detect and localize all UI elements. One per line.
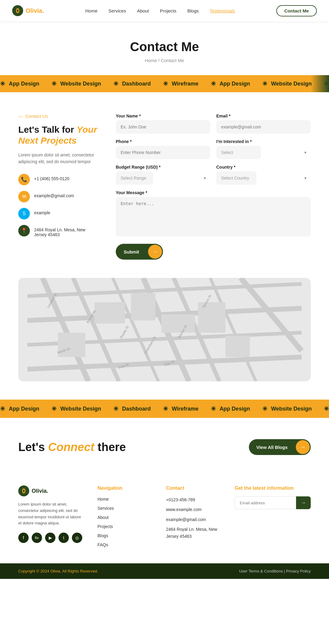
footer-logo-icon (18, 485, 29, 496)
name-input[interactable] (116, 120, 210, 134)
footer-nav-about[interactable]: About (97, 515, 109, 520)
breadcrumb-current: Contact Me (161, 58, 184, 63)
ticker-star: ✳ (324, 405, 329, 412)
navbar: Olivia. Home Services About Projects Blo… (0, 0, 329, 21)
page-hero: Contact Me Home / Contact Me (0, 21, 329, 72)
footer-nav-heading: Navigation (97, 485, 154, 491)
list-item: Services (97, 506, 154, 511)
nav-home[interactable]: Home (85, 8, 97, 13)
footer-ticker-item: ✳Website Design (262, 405, 312, 412)
footer-newsletter-heading: Get the latest information (235, 485, 311, 491)
footer-legal-links[interactable]: User Terms & Conditions | Privacy Policy (239, 569, 311, 573)
interested-select[interactable]: Select UI/UX Design Web Development App … (216, 146, 261, 159)
footer-nav-home[interactable]: Home (97, 497, 109, 502)
nav-contact-button[interactable]: Contact Me (276, 5, 317, 16)
list-item: Blogs (97, 533, 154, 538)
interested-label: I'm Interested in * (216, 139, 311, 144)
footer-ticker-item: ✳App Design (211, 405, 250, 412)
footer-contact-website: www.example.com (166, 506, 222, 513)
ticker-star: ✳ (262, 80, 267, 87)
behance-icon[interactable]: Be (32, 533, 42, 543)
social-icons: f Be ▶ t ◎ (18, 533, 85, 543)
footer-contact-email: example@gmail.com (166, 516, 222, 523)
contact-email-item: ✉ example@gmail.com (18, 191, 97, 202)
nav-about[interactable]: About (137, 8, 149, 13)
budget-select-wrap: Select Range $500 - $1000 $1000 - $5000 … (116, 171, 210, 185)
contact-address-item: 📍 2464 Royal Ln. Mesa, New Jersey 45463 (18, 225, 97, 237)
country-select[interactable]: Select Country United States United King… (216, 171, 256, 185)
ticker-item: ✳Wireframe (163, 80, 199, 87)
phone-input[interactable] (116, 146, 210, 159)
nav-services[interactable]: Services (108, 8, 126, 13)
ticker-item: ✳Website Design (51, 80, 101, 87)
svg-point-1 (17, 9, 18, 12)
ticker-inner: ✳App Design ✳Website Design ✳Dashboard ✳… (0, 80, 329, 87)
footer-nav-blogs[interactable]: Blogs (97, 533, 108, 538)
interested-select-wrap: Select UI/UX Design Web Development App … (216, 146, 311, 159)
connect-section: Let's Connect there View All Blogs → (0, 418, 329, 470)
svg-rect-19 (225, 336, 250, 357)
skype-icon: S (18, 208, 30, 219)
twitter-icon[interactable]: t (58, 533, 69, 543)
phone-icon: 📞 (18, 174, 30, 185)
footer-nav-projects[interactable]: Projects (97, 524, 113, 529)
newsletter-submit-button[interactable]: → (296, 496, 311, 509)
ticker-star: ✳ (0, 405, 5, 412)
contact-section: Contact Us Let's Talk for YourNext Proje… (0, 92, 329, 278)
location-icon: 📍 (18, 225, 30, 236)
svg-rect-16 (161, 314, 195, 333)
footer-ticker-item: ✳Dashboard (113, 405, 151, 412)
footer-navigation: Navigation Home Services About Projects … (97, 485, 154, 551)
map-svg: Leonard St Broadway Reade St Chambers St… (18, 278, 311, 381)
logo-icon (12, 5, 23, 16)
instagram-icon[interactable]: ◎ (72, 533, 82, 543)
footer-logo: Olivia. (18, 485, 85, 496)
list-item: FAQs (97, 542, 154, 548)
youtube-icon[interactable]: ▶ (45, 533, 55, 543)
newsletter-input[interactable] (235, 496, 296, 509)
contact-address: 2464 Royal Ln. Mesa, New Jersey 45463 (34, 225, 97, 237)
form-group-message: Your Message * (116, 190, 311, 236)
facebook-icon[interactable]: f (18, 533, 29, 543)
email-input[interactable] (216, 120, 311, 134)
ticker-item: ✳Dashboard (113, 80, 151, 87)
nav-projects[interactable]: Projects (160, 8, 176, 13)
ticker-star: ✳ (51, 405, 57, 412)
submit-row: Submit → (116, 244, 311, 260)
footer-ticker-item: ✳App Design (0, 405, 39, 412)
ticker-item: ✳App Design (0, 80, 39, 87)
list-item: Projects (97, 524, 154, 529)
footer-contact-col: Contact +0123-456-789 www.example.com ex… (166, 485, 222, 551)
view-all-blogs-button[interactable]: View All Blogs → (249, 439, 311, 455)
nav-testimonials[interactable]: Testimonials (210, 8, 235, 13)
contact-label: Contact Us (18, 114, 97, 119)
contact-heading: Let's Talk for YourNext Projects (18, 124, 97, 146)
budget-label: Budget Range (USD) * (116, 165, 210, 170)
footer-nav-faqs[interactable]: FAQs (97, 542, 108, 547)
list-item: About (97, 515, 154, 520)
footer-newsletter: Get the latest information → (235, 485, 311, 551)
email-label: Email * (216, 114, 311, 118)
nav-blogs[interactable]: Blogs (187, 8, 199, 13)
submit-button[interactable]: Submit → (116, 244, 163, 260)
ticker-star: ✳ (113, 80, 119, 87)
footer-ticker: ✳App Design ✳Website Design ✳Dashboard ✳… (0, 400, 329, 418)
connect-heading: Let's Connect there (18, 441, 126, 454)
footer-nav-services[interactable]: Services (97, 506, 114, 511)
contact-left: Contact Us Let's Talk for YourNext Proje… (18, 114, 97, 243)
breadcrumb-home[interactable]: Home (145, 58, 157, 63)
form-row-3: Budget Range (USD) * Select Range $500 -… (116, 165, 311, 185)
submit-label: Submit (116, 245, 147, 259)
svg-rect-17 (58, 333, 85, 357)
ticker-overlay (311, 75, 329, 92)
contact-email: example@gmail.com (34, 191, 74, 198)
ticker-item: ✳Website Design (262, 80, 312, 87)
ticker-star: ✳ (51, 80, 57, 87)
ticker-star: ✳ (163, 405, 168, 412)
contact-description: Lorem ipsum dolor sit amet, consectetur … (18, 152, 97, 165)
logo[interactable]: Olivia. (12, 5, 44, 16)
svg-rect-14 (94, 302, 125, 324)
message-textarea[interactable] (116, 197, 311, 236)
budget-select[interactable]: Select Range $500 - $1000 $1000 - $5000 … (116, 171, 153, 185)
submit-arrow-icon: → (148, 245, 162, 259)
